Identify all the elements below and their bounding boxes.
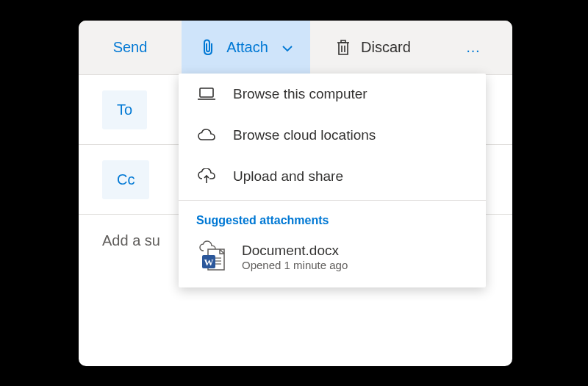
suggested-file-name: Document.docx	[242, 243, 348, 259]
attach-button[interactable]: Attach	[182, 21, 310, 74]
send-button[interactable]: Send	[79, 21, 182, 74]
more-button[interactable]: …	[434, 21, 512, 74]
compose-toolbar: Send Attach	[79, 21, 512, 75]
attach-label: Attach	[226, 39, 268, 56]
to-label: To	[117, 101, 132, 118]
upload-share-label: Upload and share	[233, 168, 343, 185]
trash-icon	[333, 37, 354, 58]
to-button[interactable]: To	[102, 90, 147, 129]
attach-dropdown: Browse this computer Browse cloud locati…	[179, 74, 486, 287]
suggested-file-meta: Opened 1 minute ago	[242, 259, 348, 271]
cc-button[interactable]: Cc	[102, 160, 149, 199]
laptop-icon	[196, 84, 217, 104]
browse-cloud-label: Browse cloud locations	[233, 127, 376, 143]
svg-text:W: W	[204, 257, 214, 268]
dropdown-divider	[179, 200, 486, 201]
browse-computer-label: Browse this computer	[233, 86, 368, 102]
word-cloud-file-icon: W	[196, 240, 229, 273]
compose-panel: Send Attach	[79, 21, 512, 366]
discard-label: Discard	[361, 39, 411, 56]
suggested-section-label: Suggested attachments	[179, 204, 486, 235]
suggested-attachment-item[interactable]: W Document.docx Opened 1 minute ago	[179, 235, 486, 287]
more-label: …	[466, 39, 481, 56]
browse-cloud-item[interactable]: Browse cloud locations	[179, 115, 486, 156]
paperclip-icon	[198, 37, 219, 58]
subject-placeholder: Add a su	[102, 232, 160, 249]
cloud-icon	[196, 125, 217, 146]
chevron-down-icon	[282, 39, 293, 56]
upload-share-item[interactable]: Upload and share	[179, 156, 486, 197]
discard-button[interactable]: Discard	[310, 21, 434, 74]
svg-rect-0	[200, 88, 213, 97]
suggested-text: Document.docx Opened 1 minute ago	[242, 243, 348, 271]
browse-computer-item[interactable]: Browse this computer	[179, 74, 486, 115]
cloud-upload-icon	[196, 166, 217, 187]
send-label: Send	[113, 39, 148, 56]
cc-label: Cc	[117, 171, 135, 187]
